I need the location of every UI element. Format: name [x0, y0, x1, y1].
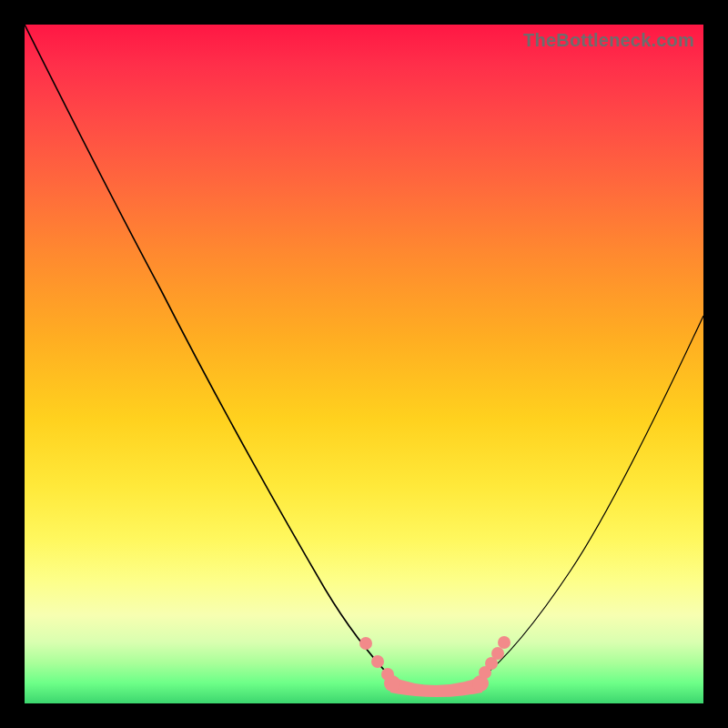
pink-dot-l3 — [381, 668, 394, 681]
pink-dot-r3 — [491, 647, 504, 660]
pink-dot-l2 — [371, 655, 384, 668]
curve-right — [480, 316, 703, 680]
pink-dot-r4 — [498, 636, 511, 649]
outer-frame: TheBottleneck.com — [0, 0, 728, 728]
curve-left — [25, 25, 393, 680]
chart-overlay — [25, 25, 703, 703]
pink-bottom-segment — [390, 676, 482, 697]
plot-area: TheBottleneck.com — [25, 25, 703, 703]
pink-dot-l1 — [359, 637, 372, 650]
